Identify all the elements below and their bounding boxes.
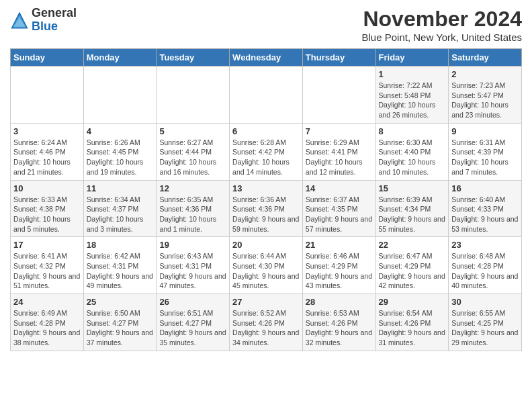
calendar-cell: 9Sunrise: 6:31 AM Sunset: 4:39 PM Daylig… xyxy=(449,123,522,180)
calendar-cell: 18Sunrise: 6:42 AM Sunset: 4:31 PM Dayli… xyxy=(83,237,157,294)
calendar-cell: 12Sunrise: 6:35 AM Sunset: 4:36 PM Dayli… xyxy=(157,180,230,237)
day-number: 2 xyxy=(451,69,519,79)
calendar-cell xyxy=(11,66,84,124)
calendar-table: SundayMondayTuesdayWednesdayThursdayFrid… xyxy=(10,48,522,351)
calendar-cell: 3Sunrise: 6:24 AM Sunset: 4:46 PM Daylig… xyxy=(11,123,84,180)
day-info: Sunrise: 6:37 AM Sunset: 4:35 PM Dayligh… xyxy=(306,195,373,234)
calendar-cell: 23Sunrise: 6:48 AM Sunset: 4:28 PM Dayli… xyxy=(449,237,522,294)
day-number: 18 xyxy=(87,240,154,250)
calendar-cell: 16Sunrise: 6:40 AM Sunset: 4:33 PM Dayli… xyxy=(449,180,522,237)
day-number: 4 xyxy=(87,126,154,136)
day-info: Sunrise: 6:43 AM Sunset: 4:31 PM Dayligh… xyxy=(159,251,226,291)
calendar-cell: 20Sunrise: 6:44 AM Sunset: 4:30 PM Dayli… xyxy=(230,237,303,294)
calendar-cell: 22Sunrise: 6:47 AM Sunset: 4:29 PM Dayli… xyxy=(375,237,449,294)
day-number: 28 xyxy=(306,297,373,307)
calendar-cell: 4Sunrise: 6:26 AM Sunset: 4:45 PM Daylig… xyxy=(83,123,157,180)
day-info: Sunrise: 6:55 AM Sunset: 4:25 PM Dayligh… xyxy=(451,308,519,348)
calendar-cell: 6Sunrise: 6:28 AM Sunset: 4:42 PM Daylig… xyxy=(230,123,303,180)
day-info: Sunrise: 6:53 AM Sunset: 4:26 PM Dayligh… xyxy=(306,308,373,348)
calendar-cell: 24Sunrise: 6:49 AM Sunset: 4:28 PM Dayli… xyxy=(11,294,84,351)
day-info: Sunrise: 6:40 AM Sunset: 4:33 PM Dayligh… xyxy=(451,195,519,234)
day-info: Sunrise: 6:31 AM Sunset: 4:39 PM Dayligh… xyxy=(451,138,519,177)
day-info: Sunrise: 6:48 AM Sunset: 4:28 PM Dayligh… xyxy=(451,251,519,291)
day-info: Sunrise: 6:41 AM Sunset: 4:32 PM Dayligh… xyxy=(13,251,81,291)
calendar-cell: 29Sunrise: 6:54 AM Sunset: 4:26 PM Dayli… xyxy=(375,294,449,351)
day-number: 27 xyxy=(232,297,300,307)
day-number: 5 xyxy=(159,126,226,136)
weekday-header: Sunday xyxy=(11,49,84,66)
day-info: Sunrise: 6:51 AM Sunset: 4:27 PM Dayligh… xyxy=(159,308,226,348)
day-number: 14 xyxy=(306,183,373,193)
calendar-week-row: 10Sunrise: 6:33 AM Sunset: 4:38 PM Dayli… xyxy=(11,180,522,237)
location: Blue Point, New York, United States xyxy=(362,32,522,43)
weekday-header: Tuesday xyxy=(157,49,230,66)
calendar-week-row: 17Sunrise: 6:41 AM Sunset: 4:32 PM Dayli… xyxy=(11,237,522,294)
calendar-cell: 21Sunrise: 6:46 AM Sunset: 4:29 PM Dayli… xyxy=(302,237,375,294)
calendar-cell: 2Sunrise: 7:23 AM Sunset: 5:47 PM Daylig… xyxy=(449,66,522,124)
page-header: General Blue November 2024 Blue Point, N… xyxy=(10,7,522,43)
day-info: Sunrise: 7:23 AM Sunset: 5:47 PM Dayligh… xyxy=(451,81,519,120)
calendar-week-row: 3Sunrise: 6:24 AM Sunset: 4:46 PM Daylig… xyxy=(11,123,522,180)
day-number: 25 xyxy=(87,297,154,307)
weekday-header: Thursday xyxy=(302,49,375,66)
day-info: Sunrise: 6:24 AM Sunset: 4:46 PM Dayligh… xyxy=(13,138,81,177)
day-number: 22 xyxy=(379,240,446,250)
day-info: Sunrise: 6:27 AM Sunset: 4:44 PM Dayligh… xyxy=(159,138,226,177)
day-info: Sunrise: 6:36 AM Sunset: 4:36 PM Dayligh… xyxy=(232,195,300,234)
weekday-header: Monday xyxy=(83,49,157,66)
day-info: Sunrise: 6:42 AM Sunset: 4:31 PM Dayligh… xyxy=(87,251,154,291)
day-number: 23 xyxy=(451,240,519,250)
day-number: 16 xyxy=(451,183,519,193)
calendar-cell: 28Sunrise: 6:53 AM Sunset: 4:26 PM Dayli… xyxy=(302,294,375,351)
logo-text: General Blue xyxy=(32,7,77,34)
calendar-cell xyxy=(230,66,303,124)
day-number: 8 xyxy=(379,126,446,136)
weekday-header: Wednesday xyxy=(230,49,303,66)
day-info: Sunrise: 6:35 AM Sunset: 4:36 PM Dayligh… xyxy=(159,195,226,234)
day-info: Sunrise: 6:47 AM Sunset: 4:29 PM Dayligh… xyxy=(379,251,446,291)
day-number: 21 xyxy=(306,240,373,250)
calendar-cell: 26Sunrise: 6:51 AM Sunset: 4:27 PM Dayli… xyxy=(157,294,230,351)
calendar-cell xyxy=(83,66,157,124)
day-number: 12 xyxy=(159,183,226,193)
day-number: 15 xyxy=(379,183,446,193)
calendar-cell: 5Sunrise: 6:27 AM Sunset: 4:44 PM Daylig… xyxy=(157,123,230,180)
day-info: Sunrise: 6:29 AM Sunset: 4:41 PM Dayligh… xyxy=(306,138,373,177)
calendar-cell: 8Sunrise: 6:30 AM Sunset: 4:40 PM Daylig… xyxy=(375,123,449,180)
day-number: 1 xyxy=(379,69,446,79)
calendar-cell: 17Sunrise: 6:41 AM Sunset: 4:32 PM Dayli… xyxy=(11,237,84,294)
weekday-header-row: SundayMondayTuesdayWednesdayThursdayFrid… xyxy=(11,49,522,66)
calendar-cell: 15Sunrise: 6:39 AM Sunset: 4:34 PM Dayli… xyxy=(375,180,449,237)
weekday-header: Friday xyxy=(375,49,449,66)
calendar-cell: 27Sunrise: 6:52 AM Sunset: 4:26 PM Dayli… xyxy=(230,294,303,351)
calendar-cell: 10Sunrise: 6:33 AM Sunset: 4:38 PM Dayli… xyxy=(11,180,84,237)
calendar-cell: 1Sunrise: 7:22 AM Sunset: 5:48 PM Daylig… xyxy=(375,66,449,124)
day-info: Sunrise: 6:34 AM Sunset: 4:37 PM Dayligh… xyxy=(87,195,154,234)
day-number: 10 xyxy=(13,183,81,193)
calendar-cell xyxy=(302,66,375,124)
calendar-cell: 19Sunrise: 6:43 AM Sunset: 4:31 PM Dayli… xyxy=(157,237,230,294)
calendar-cell xyxy=(157,66,230,124)
day-info: Sunrise: 6:49 AM Sunset: 4:28 PM Dayligh… xyxy=(13,308,81,348)
day-info: Sunrise: 6:46 AM Sunset: 4:29 PM Dayligh… xyxy=(306,251,373,291)
day-number: 26 xyxy=(159,297,226,307)
day-info: Sunrise: 6:26 AM Sunset: 4:45 PM Dayligh… xyxy=(87,138,154,177)
day-info: Sunrise: 6:33 AM Sunset: 4:38 PM Dayligh… xyxy=(13,195,81,234)
logo-icon xyxy=(10,11,29,30)
day-number: 20 xyxy=(232,240,300,250)
day-number: 19 xyxy=(159,240,226,250)
day-info: Sunrise: 7:22 AM Sunset: 5:48 PM Dayligh… xyxy=(379,81,446,120)
day-number: 11 xyxy=(87,183,154,193)
calendar-week-row: 24Sunrise: 6:49 AM Sunset: 4:28 PM Dayli… xyxy=(11,294,522,351)
day-number: 24 xyxy=(13,297,81,307)
calendar-cell: 11Sunrise: 6:34 AM Sunset: 4:37 PM Dayli… xyxy=(83,180,157,237)
day-number: 9 xyxy=(451,126,519,136)
day-number: 7 xyxy=(306,126,373,136)
calendar-cell: 25Sunrise: 6:50 AM Sunset: 4:27 PM Dayli… xyxy=(83,294,157,351)
calendar-cell: 14Sunrise: 6:37 AM Sunset: 4:35 PM Dayli… xyxy=(302,180,375,237)
calendar-cell: 13Sunrise: 6:36 AM Sunset: 4:36 PM Dayli… xyxy=(230,180,303,237)
day-info: Sunrise: 6:39 AM Sunset: 4:34 PM Dayligh… xyxy=(379,195,446,234)
day-number: 17 xyxy=(13,240,81,250)
title-block: November 2024 Blue Point, New York, Unit… xyxy=(362,7,522,43)
day-info: Sunrise: 6:54 AM Sunset: 4:26 PM Dayligh… xyxy=(379,308,446,348)
